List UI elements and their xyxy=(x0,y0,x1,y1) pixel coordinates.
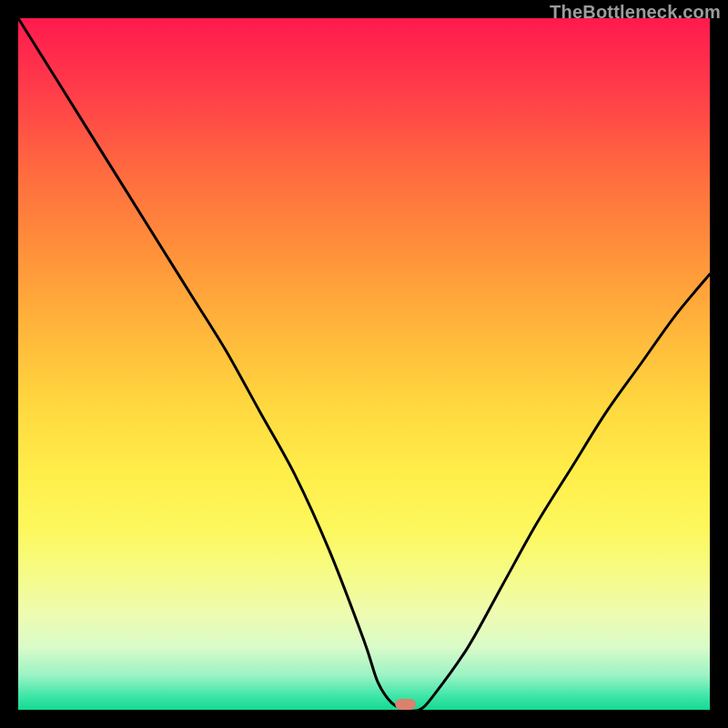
curve-path xyxy=(18,18,710,710)
chart-frame: TheBottleneck.com xyxy=(0,0,728,728)
bottleneck-curve xyxy=(18,18,710,710)
optimal-notch-marker xyxy=(395,699,416,710)
plot-area xyxy=(18,18,710,710)
